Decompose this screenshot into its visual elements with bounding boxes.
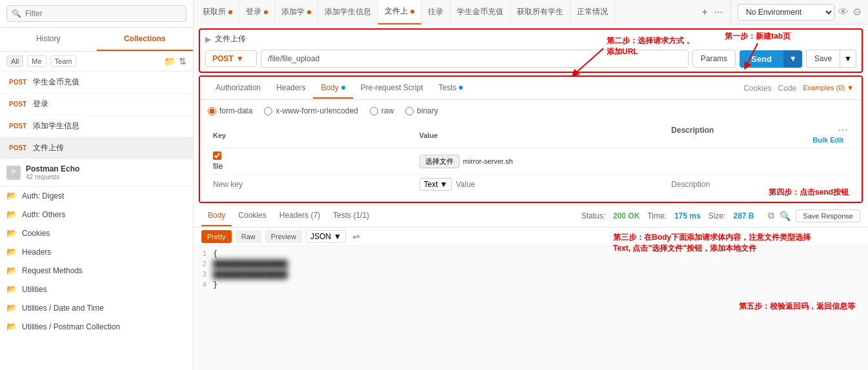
more-tabs-icon[interactable]: ··· xyxy=(713,5,724,19)
text-type-dropdown[interactable]: Text ▼ xyxy=(419,178,452,191)
folder-name: Request Methods xyxy=(22,266,83,275)
search-input[interactable] xyxy=(6,5,187,22)
tab-label: 文件上 xyxy=(385,6,408,17)
new-folder-icon[interactable]: 📁 xyxy=(164,56,175,66)
environment-select[interactable]: No Environment xyxy=(738,4,834,21)
key-header: Key xyxy=(208,123,414,148)
tab-headers[interactable]: Headers xyxy=(268,78,313,99)
search-response-icon[interactable]: 🔍 xyxy=(780,211,791,221)
raw-button[interactable]: Raw xyxy=(236,230,261,243)
tab-collections[interactable]: Collections xyxy=(97,28,194,51)
add-tab-icon[interactable]: + xyxy=(700,5,709,19)
tab-item-8[interactable]: 正常情况 xyxy=(570,0,615,24)
choose-file-button[interactable]: 选择文件 xyxy=(419,155,459,168)
method-label: POST xyxy=(212,54,234,63)
code-link[interactable]: Code xyxy=(778,84,797,93)
tab-item-3[interactable]: 添加学生信息 xyxy=(318,0,378,24)
body-tabs: Authorization Headers Body Pre-request S… xyxy=(200,77,862,100)
settings-icon[interactable]: ⚙ xyxy=(853,6,862,18)
tab-response-tests[interactable]: Tests (1/1) xyxy=(327,206,376,226)
desc-input[interactable] xyxy=(671,180,768,189)
tab-item-4[interactable]: 文件上 xyxy=(378,0,421,24)
line-number: 4 xyxy=(194,280,213,289)
tab-response-body[interactable]: Body xyxy=(201,206,232,226)
postman-echo-item[interactable]: P Postman Echo 42 requests xyxy=(0,159,193,186)
line-number: 1 xyxy=(194,249,213,258)
filter-team[interactable]: Team xyxy=(50,55,77,67)
folder-item-auth-digest[interactable]: 📂 Auth: Digest xyxy=(0,186,193,205)
pretty-button[interactable]: Pretty xyxy=(201,230,232,243)
folder-item-headers[interactable]: 📂 Headers xyxy=(0,242,193,261)
code-line-3: 3 ████████████████ xyxy=(194,269,868,280)
tab-response-cookies[interactable]: Cookies xyxy=(232,206,272,226)
row-checkbox[interactable] xyxy=(213,151,221,160)
response-section: Body Cookies Headers (7) Tests (1/1) Sta… xyxy=(194,204,868,370)
value-input[interactable] xyxy=(456,180,661,189)
description-cell xyxy=(666,148,854,175)
save-button[interactable]: Save xyxy=(806,50,840,68)
table-row-new: Text ▼ xyxy=(208,175,854,195)
postman-echo-name: Postman Echo xyxy=(26,164,79,173)
radio-form-data[interactable]: form-data xyxy=(208,106,252,115)
time-value: 175 ms xyxy=(674,211,701,220)
tab-tests[interactable]: Tests xyxy=(430,78,470,99)
cookies-link[interactable]: Cookies xyxy=(743,84,771,93)
tab-pre-request[interactable]: Pre-request Script xyxy=(353,78,431,99)
radio-raw[interactable]: raw xyxy=(370,106,394,115)
sidebar: 🔍 History Collections All Me Team 📁 ⇅ PO… xyxy=(0,0,194,370)
list-item-active[interactable]: POST 文件上传 xyxy=(0,137,193,159)
tab-body[interactable]: Body xyxy=(313,78,352,99)
folder-item-utilities-postman[interactable]: 📂 Utilities / Postman Collection xyxy=(0,317,193,336)
folder-item-cookies[interactable]: 📂 Cookies xyxy=(0,224,193,242)
radio-urlencoded[interactable]: x-www-form-urlencoded xyxy=(264,106,358,115)
radio-binary[interactable]: binary xyxy=(405,106,438,115)
sort-icon[interactable]: ⇅ xyxy=(179,56,187,66)
send-button[interactable]: Send xyxy=(740,50,783,68)
tab-history[interactable]: History xyxy=(0,28,97,51)
list-item[interactable]: POST 添加学生信息 xyxy=(0,115,193,137)
tab-authorization[interactable]: Authorization xyxy=(208,78,268,99)
filter-me[interactable]: Me xyxy=(27,55,46,67)
save-response-button[interactable]: Save Response xyxy=(796,209,860,222)
tab-item-1[interactable]: 登录 xyxy=(239,0,275,24)
wrap-icon[interactable]: ⇌ xyxy=(352,231,360,242)
save-dropdown-button[interactable]: ▼ xyxy=(840,50,856,68)
tab-item-2[interactable]: 添加学 xyxy=(275,0,318,24)
tab-item-0[interactable]: 获取所 xyxy=(196,0,239,24)
time-label: Time: xyxy=(647,211,667,220)
new-key-input[interactable] xyxy=(213,180,310,189)
sidebar-filter-bar: All Me Team 📁 ⇅ xyxy=(0,52,193,72)
url-input[interactable] xyxy=(261,50,689,68)
folder-item-utilities[interactable]: 📂 Utilities xyxy=(0,280,193,298)
preview-icon[interactable]: 👁 xyxy=(838,6,849,18)
filter-all[interactable]: All xyxy=(6,55,23,67)
tab-label: 学生金币充值 xyxy=(457,6,503,17)
copy-response-icon[interactable]: ⧉ xyxy=(768,210,774,221)
folder-item-auth-others[interactable]: 📂 Auth: Others xyxy=(0,205,193,224)
params-button[interactable]: Params xyxy=(692,50,736,68)
method-select[interactable]: POST ▼ xyxy=(205,50,257,67)
folder-item-utilities-datetime[interactable]: 📂 Utilities / Date and Time xyxy=(0,298,193,317)
format-select[interactable]: JSON ▼ xyxy=(306,230,346,243)
tab-bar: 获取所 登录 添加学 添加学生信息 文件上 xyxy=(194,0,731,24)
list-item[interactable]: POST 学生金币充值 xyxy=(0,72,193,93)
key-input[interactable] xyxy=(213,162,409,171)
bulk-edit-link[interactable]: Bulk Edit xyxy=(671,135,849,145)
table-options-icon[interactable]: ··· xyxy=(838,126,849,135)
line-number: 3 xyxy=(194,270,213,278)
send-dropdown-button[interactable]: ▼ xyxy=(783,50,802,68)
tab-item-7[interactable]: 获取所有学生 xyxy=(510,0,570,24)
tab-item-5[interactable]: 往录 xyxy=(421,0,450,24)
preview-button[interactable]: Preview xyxy=(265,230,302,243)
request-title-row: ▶ 文件上传 xyxy=(205,34,856,44)
folder-icon: 📂 xyxy=(6,303,17,313)
list-item[interactable]: POST 登录 xyxy=(0,93,193,115)
title-arrow: ▶ xyxy=(205,35,211,44)
postman-echo-icon: P xyxy=(6,166,21,180)
examples-link[interactable]: Examples (0) ▼ xyxy=(803,84,854,93)
tab-item-6[interactable]: 学生金币充值 xyxy=(450,0,510,24)
tab-response-headers[interactable]: Headers (7) xyxy=(273,206,327,226)
folder-item-request-methods[interactable]: 📂 Request Methods xyxy=(0,261,193,280)
response-tabs: Body Cookies Headers (7) Tests (1/1) Sta… xyxy=(194,204,868,228)
sidebar-list: POST 学生金币充值 POST 登录 POST 添加学生信息 POST 文件上… xyxy=(0,72,193,370)
